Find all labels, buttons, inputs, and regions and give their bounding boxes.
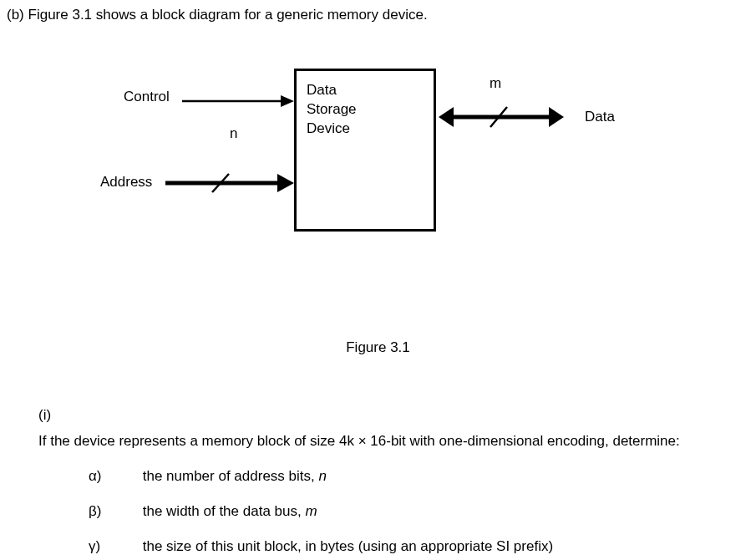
- svg-marker-7: [549, 107, 564, 127]
- figure-caption: Figure 3.1: [0, 339, 756, 356]
- beta-text: the width of the data bus, m: [143, 503, 317, 520]
- sub-beta: β) the width of the data bus, m: [0, 503, 756, 520]
- question-part-i: (i) If the device represents a memory bl…: [0, 402, 756, 455]
- address-bus-arrow-icon: [165, 174, 294, 192]
- svg-marker-3: [277, 174, 294, 192]
- question-lead: If the device represents a memory block …: [38, 428, 690, 454]
- beta-symbol: β): [89, 503, 139, 520]
- gamma-symbol: γ): [89, 538, 139, 555]
- control-arrow-icon: [182, 95, 294, 107]
- intro-text: Figure 3.1 shows a block diagram for a g…: [28, 7, 428, 23]
- part-i-label: (i): [38, 402, 89, 428]
- box-line2: Storage: [307, 100, 425, 120]
- alpha-symbol: α): [89, 468, 139, 485]
- data-bus-arrow-icon: [439, 107, 564, 127]
- gamma-text: the size of this unit block, in bytes (u…: [143, 538, 553, 555]
- var-n: n: [318, 468, 326, 484]
- data-label: Data: [585, 109, 615, 125]
- part-b-label: (b): [7, 7, 24, 23]
- box-line1: Data: [307, 81, 425, 100]
- m-label: m: [490, 75, 501, 92]
- block-diagram: Data Storage Device Control n Address m …: [0, 57, 756, 291]
- storage-box: Data Storage Device: [294, 69, 436, 232]
- n-label: n: [230, 125, 237, 142]
- control-label: Control: [124, 89, 170, 105]
- box-line3: Device: [307, 120, 425, 139]
- address-label: Address: [100, 174, 152, 191]
- svg-marker-1: [281, 95, 294, 107]
- intro-line: (b) Figure 3.1 shows a block diagram for…: [0, 7, 756, 23]
- var-m: m: [305, 503, 317, 519]
- alpha-text: the number of address bits, n: [143, 468, 327, 485]
- sub-gamma: γ) the size of this unit block, in bytes…: [0, 538, 756, 555]
- sub-alpha: α) the number of address bits, n: [0, 468, 756, 485]
